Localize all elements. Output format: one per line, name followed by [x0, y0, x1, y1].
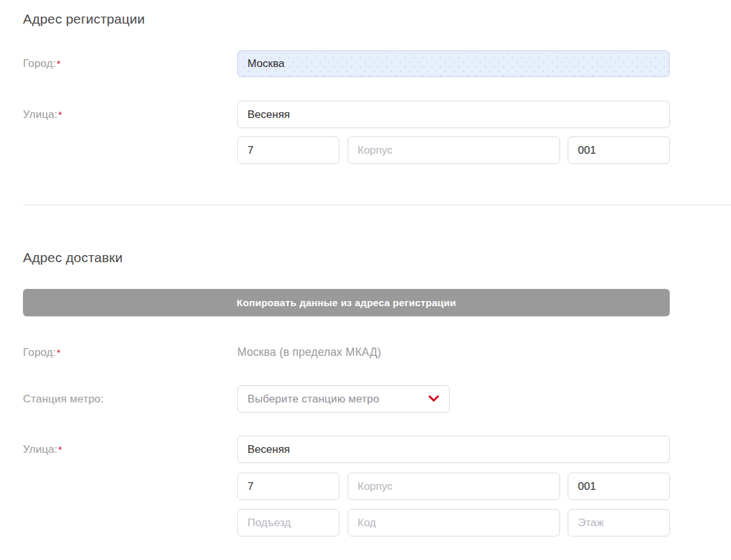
- required-asterisk: *: [57, 347, 61, 358]
- delivery-house-row: [237, 473, 670, 500]
- required-asterisk: *: [58, 444, 62, 455]
- registration-house-input[interactable]: [237, 136, 339, 164]
- delivery-street-row: Улица:*: [23, 436, 670, 463]
- delivery-house-input[interactable]: [237, 473, 339, 500]
- registration-house-row: [237, 136, 670, 164]
- registration-city-label: Город:*: [23, 57, 237, 70]
- delivery-city-value: Москва (в пределах МКАД): [237, 346, 381, 358]
- registration-street-label: Улица:*: [23, 108, 237, 121]
- registration-city-row: Город:*: [23, 50, 670, 77]
- registration-building-input[interactable]: [348, 136, 560, 164]
- required-asterisk: *: [57, 58, 61, 69]
- delivery-address-section: Адрес доставки Копировать данные из адре…: [0, 205, 731, 536]
- delivery-street-label: Улица:*: [23, 443, 237, 456]
- delivery-city-label: Город:*: [23, 346, 237, 359]
- delivery-metro-row: Станция метро: Выберите станцию метро: [23, 385, 670, 413]
- registration-address-section: Адрес регистрации Город:* Улица:*: [0, 0, 731, 164]
- delivery-entrance-row: [237, 509, 670, 536]
- delivery-floor-input[interactable]: [568, 509, 670, 536]
- required-asterisk: *: [58, 109, 62, 120]
- delivery-street-input[interactable]: [237, 436, 670, 463]
- registration-apartment-input[interactable]: [568, 136, 670, 164]
- metro-station-selected-value: Выберите станцию метро: [247, 393, 380, 406]
- registration-city-input[interactable]: [237, 50, 670, 77]
- registration-street-input[interactable]: [237, 101, 670, 128]
- address-form-page: Адрес регистрации Город:* Улица:* Адрес …: [0, 0, 731, 560]
- copy-from-registration-button[interactable]: Копировать данные из адреса регистрации: [23, 289, 670, 316]
- metro-station-select[interactable]: Выберите станцию метро: [237, 385, 450, 413]
- delivery-entrance-input[interactable]: [237, 509, 339, 536]
- delivery-apartment-input[interactable]: [568, 473, 670, 500]
- delivery-code-input[interactable]: [348, 509, 560, 536]
- delivery-building-input[interactable]: [348, 473, 560, 500]
- registration-street-row: Улица:*: [23, 101, 670, 128]
- registration-section-title: Адрес регистрации: [23, 0, 731, 27]
- delivery-city-row: Город:* Москва (в пределах МКАД): [23, 346, 670, 359]
- delivery-section-title: Адрес доставки: [23, 205, 731, 266]
- chevron-down-icon: [429, 395, 439, 402]
- delivery-metro-label: Станция метро:: [23, 393, 237, 406]
